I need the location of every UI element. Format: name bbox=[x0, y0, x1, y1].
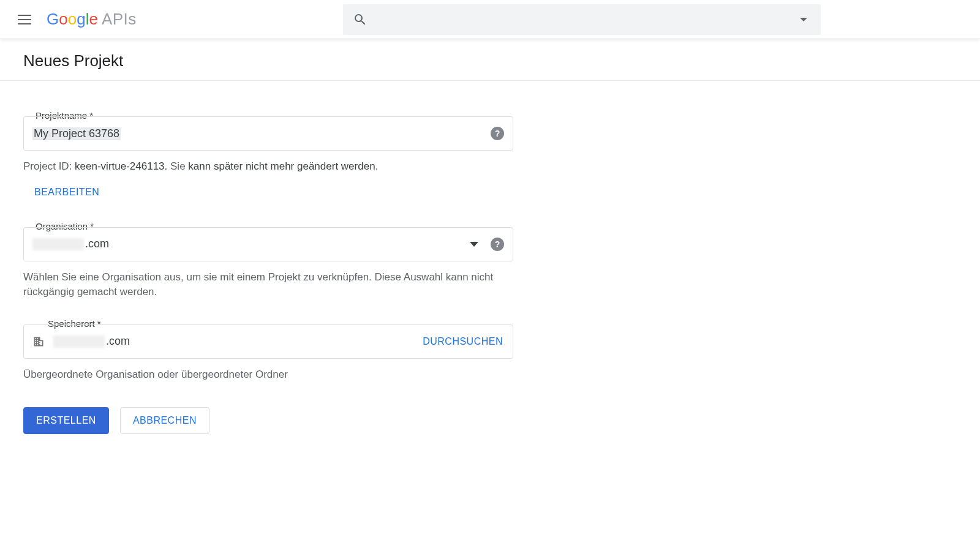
logo-letter: e bbox=[89, 10, 97, 29]
organisation-field-wrapper: Organisation * .com bbox=[23, 227, 516, 261]
hamburger-icon bbox=[18, 15, 31, 24]
projectid-prefix: Project ID: bbox=[23, 160, 75, 172]
projectname-note: Project ID: keen-virtue-246113. Sie kann… bbox=[23, 159, 513, 174]
projectid-rest2: . bbox=[375, 160, 379, 172]
product-logo[interactable]: G o o g l e APIs bbox=[47, 10, 137, 29]
logo-letter: o bbox=[59, 10, 67, 29]
chevron-down-icon bbox=[470, 242, 478, 247]
projectname-field-wrapper: Projektname * My Project 63768 bbox=[23, 116, 516, 151]
organisation-note: Wählen Sie eine Organisation aus, um sie… bbox=[23, 270, 513, 300]
projectid-rest1: Sie bbox=[167, 160, 188, 172]
location-field-wrapper: Speicherort * .com DURCHSUCHEN bbox=[23, 324, 516, 359]
location-input[interactable]: .com DURCHSUCHEN bbox=[23, 324, 513, 359]
browse-button[interactable]: DURCHSUCHEN bbox=[423, 336, 503, 347]
help-icon[interactable] bbox=[491, 127, 504, 140]
location-redacted bbox=[53, 335, 105, 348]
cancel-button[interactable]: ABBRECHEN bbox=[120, 407, 209, 434]
top-bar: G o o g l e APIs bbox=[0, 0, 980, 39]
projectid-warning: kann später nicht mehr geändert werden bbox=[188, 160, 375, 172]
create-button[interactable]: ERSTELLEN bbox=[23, 407, 109, 434]
location-note: Übergeordnete Organisation oder übergeor… bbox=[23, 367, 513, 383]
logo-letter: G bbox=[47, 10, 59, 29]
button-row: ERSTELLEN ABBRECHEN bbox=[23, 407, 516, 434]
organisation-value-suffix: .com bbox=[85, 238, 109, 250]
organisation-redacted bbox=[32, 238, 84, 250]
search-filter-dropdown[interactable] bbox=[786, 18, 821, 21]
search-icon bbox=[343, 12, 377, 27]
new-project-form: Projektname * My Project 63768 Project I… bbox=[0, 81, 539, 434]
organisation-select[interactable]: .com bbox=[23, 227, 513, 261]
search-bar[interactable] bbox=[343, 4, 821, 35]
help-icon[interactable] bbox=[491, 238, 504, 251]
logo-letter: g bbox=[77, 10, 85, 29]
logo-apis-text: APIs bbox=[102, 10, 137, 29]
projectname-value: My Project 63768 bbox=[32, 127, 121, 140]
logo-letter: o bbox=[68, 10, 77, 29]
projectid-value: keen-virtue-246113. bbox=[75, 160, 167, 172]
edit-projectid-link[interactable]: BEARBEITEN bbox=[34, 187, 99, 198]
search-input[interactable] bbox=[377, 14, 786, 25]
location-value-suffix: .com bbox=[106, 335, 130, 348]
building-icon bbox=[32, 335, 45, 348]
projectname-input[interactable]: My Project 63768 bbox=[23, 116, 513, 151]
hamburger-menu-button[interactable] bbox=[10, 5, 39, 34]
page-title: Neues Projekt bbox=[0, 39, 980, 81]
chevron-down-icon bbox=[800, 18, 807, 21]
